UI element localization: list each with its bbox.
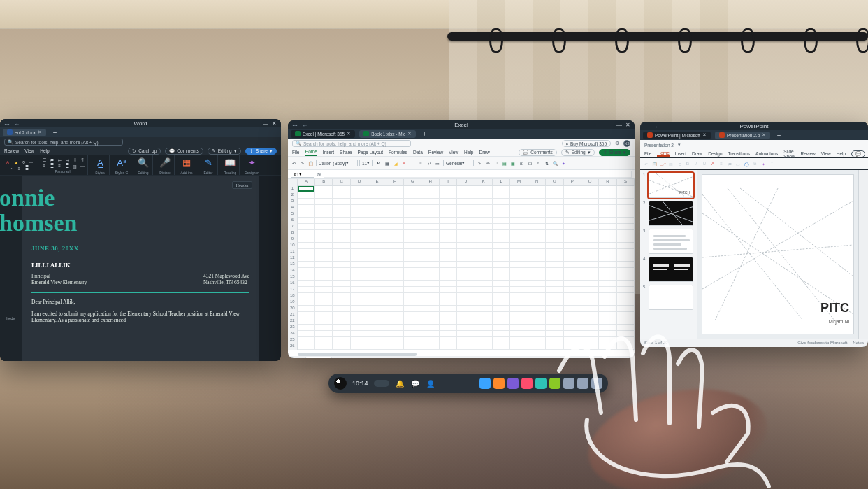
sheet-nav-next-icon[interactable]: ▸ xyxy=(298,357,301,358)
window-word[interactable]: ⋯ ← Word — ✕ ent 2.docx ✕ ＋ 🔍 Search for… xyxy=(0,119,281,361)
cell[interactable] xyxy=(315,274,333,281)
cell[interactable] xyxy=(528,255,546,262)
column-header[interactable]: E xyxy=(368,179,386,185)
cell[interactable] xyxy=(493,287,510,293)
cell[interactable] xyxy=(421,293,439,299)
column-header[interactable]: C xyxy=(333,179,350,185)
cell[interactable] xyxy=(351,343,368,350)
cell[interactable] xyxy=(510,192,528,199)
cell[interactable] xyxy=(475,218,493,224)
row-header[interactable]: 22 xyxy=(288,318,298,325)
cell[interactable] xyxy=(564,268,581,274)
cell[interactable] xyxy=(333,249,350,255)
notifications-icon[interactable]: 🔔 xyxy=(395,378,405,388)
cell[interactable] xyxy=(315,343,333,350)
insert-icon[interactable]: ⊞ xyxy=(519,160,524,166)
column-header[interactable]: D xyxy=(351,179,368,185)
cell[interactable] xyxy=(564,312,581,318)
new-slide-icon[interactable]: ▭⁺ xyxy=(660,161,665,166)
row-header[interactable]: 18 xyxy=(288,293,298,299)
cell[interactable] xyxy=(457,293,475,299)
window-menu-icon[interactable]: ⋯ ← xyxy=(4,121,21,127)
cell[interactable] xyxy=(564,343,581,350)
menu-item[interactable]: Design xyxy=(708,151,722,156)
cell[interactable] xyxy=(298,312,315,318)
cell[interactable] xyxy=(315,205,333,211)
cell[interactable] xyxy=(510,299,528,306)
cell[interactable] xyxy=(581,211,599,218)
word-tab[interactable]: ent 2.docx ✕ xyxy=(3,129,46,136)
taskbar-app-sketch[interactable] xyxy=(549,378,560,389)
menu-item[interactable]: Review xyxy=(4,148,19,153)
menu-item[interactable]: Formulas xyxy=(389,150,407,155)
cell[interactable] xyxy=(617,230,635,236)
new-tab-button[interactable]: ＋ xyxy=(774,131,783,140)
cell[interactable] xyxy=(404,192,421,199)
cell[interactable] xyxy=(564,281,581,287)
formula-input[interactable] xyxy=(324,171,632,178)
cell[interactable] xyxy=(581,299,599,306)
cell[interactable] xyxy=(298,255,315,262)
cell[interactable] xyxy=(564,293,581,299)
cell[interactable] xyxy=(564,318,581,325)
cell[interactable] xyxy=(510,243,528,249)
cell[interactable] xyxy=(298,274,315,281)
cell[interactable] xyxy=(546,224,563,230)
cell[interactable] xyxy=(528,318,546,325)
cell[interactable] xyxy=(298,268,315,274)
taskbar-app-more[interactable] xyxy=(591,378,602,389)
menu-item[interactable]: View xyxy=(821,151,831,156)
cell[interactable] xyxy=(493,186,510,192)
addins-icon[interactable]: ▦ xyxy=(180,156,194,170)
cell[interactable] xyxy=(564,331,581,337)
cell[interactable] xyxy=(386,312,404,318)
minimize-icon[interactable]: — xyxy=(261,119,270,127)
titlebar-ppt[interactable]: ⋯ ← PowerPoint — xyxy=(640,122,868,130)
cell[interactable] xyxy=(315,337,333,343)
minimize-icon[interactable]: — xyxy=(615,120,623,129)
cell[interactable] xyxy=(564,218,581,224)
cell[interactable] xyxy=(351,230,368,236)
cell[interactable] xyxy=(599,199,616,205)
cell[interactable] xyxy=(457,186,475,192)
column-header[interactable]: J xyxy=(457,179,475,185)
cell[interactable] xyxy=(386,224,404,230)
cell[interactable] xyxy=(404,211,421,218)
cell[interactable] xyxy=(475,287,493,293)
cell[interactable] xyxy=(386,262,404,268)
cell[interactable] xyxy=(546,287,563,293)
cell[interactable] xyxy=(440,199,457,205)
cell[interactable] xyxy=(581,243,599,249)
cell[interactable] xyxy=(581,293,599,299)
cell[interactable] xyxy=(564,224,581,230)
menu-item[interactable]: Slide Show xyxy=(783,149,795,159)
slide-thumb[interactable]: 5 xyxy=(643,285,695,310)
cell[interactable] xyxy=(333,211,350,218)
cell[interactable] xyxy=(315,325,333,331)
layout-icon[interactable]: ▥ xyxy=(668,161,674,166)
copilot-icon[interactable]: ✦ xyxy=(560,160,566,166)
cell[interactable] xyxy=(315,312,333,318)
menu-item[interactable]: File xyxy=(292,150,299,155)
row-header[interactable]: 16 xyxy=(288,281,298,287)
cell[interactable] xyxy=(421,325,439,331)
cell[interactable] xyxy=(457,236,475,243)
cell[interactable] xyxy=(386,192,404,199)
cell[interactable] xyxy=(404,186,421,192)
column-header[interactable]: H xyxy=(421,179,439,185)
cell[interactable] xyxy=(599,230,616,236)
close-icon[interactable]: ✕ xyxy=(270,119,278,127)
cell[interactable] xyxy=(386,268,404,274)
cell[interactable] xyxy=(546,199,563,205)
menu-item[interactable]: View xyxy=(24,148,34,153)
fill-icon[interactable]: ◢ xyxy=(393,160,398,166)
cell[interactable] xyxy=(581,343,599,350)
cell[interactable] xyxy=(386,236,404,243)
comments-button[interactable]: 💬 xyxy=(851,150,865,157)
column-header[interactable]: R xyxy=(599,179,616,185)
cell[interactable] xyxy=(528,343,546,350)
cell[interactable] xyxy=(493,312,510,318)
window-excel[interactable]: ⋯ ← Excel — ✕ Excel | Microsoft 365 ✕ Bo… xyxy=(288,120,635,358)
cell[interactable] xyxy=(351,331,368,337)
cell[interactable] xyxy=(475,211,493,218)
